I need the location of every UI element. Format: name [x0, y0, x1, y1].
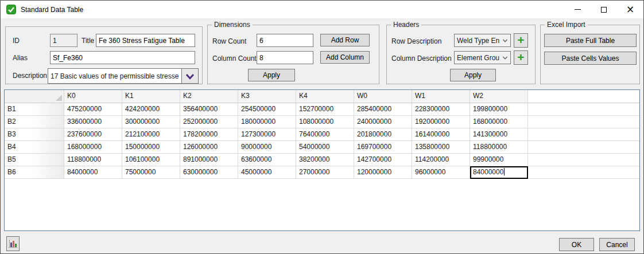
maximize-button[interactable]: [591, 1, 617, 18]
column-header-K2[interactable]: K2: [180, 90, 238, 103]
cell-B4-W2[interactable]: 118800000: [470, 141, 528, 154]
cell-B1-K0[interactable]: 475200000: [64, 103, 122, 116]
sort-triangle-icon: [56, 95, 62, 101]
title-field[interactable]: [96, 34, 195, 47]
add-column-description-button[interactable]: +: [514, 50, 528, 65]
close-button[interactable]: ×: [617, 1, 643, 18]
cell-B3-K4[interactable]: 76400000: [296, 128, 354, 141]
cell-B4-K2[interactable]: 126000000: [180, 141, 238, 154]
cell-B3-W1[interactable]: 161400000: [412, 128, 470, 141]
column-header-K4[interactable]: K4: [296, 90, 354, 103]
table-row: B416800000015000000012600000090000000540…: [5, 141, 639, 154]
minimize-button[interactable]: [564, 1, 591, 18]
description-dropdown-button[interactable]: [181, 68, 199, 84]
column-header-K1[interactable]: K1: [122, 90, 180, 103]
cell-B1-W2[interactable]: 199800000: [470, 103, 528, 116]
row-header-B1[interactable]: B1: [5, 103, 64, 116]
cell-B2-K0[interactable]: 336000000: [64, 116, 122, 128]
alias-field[interactable]: [50, 51, 195, 64]
cell-edit-value[interactable]: 84000000: [473, 168, 503, 176]
cell-B3-K3[interactable]: 127300000: [238, 128, 296, 141]
cell-B2-K4[interactable]: 108000000: [296, 116, 354, 128]
cell-B3-K2[interactable]: 178200000: [180, 128, 238, 141]
cell-B4-W0[interactable]: 169700000: [354, 141, 412, 154]
cell-B4-W1[interactable]: 135800000: [412, 141, 470, 154]
column-header-W2[interactable]: W2: [470, 90, 528, 103]
cell-B5-K0[interactable]: 118800000: [64, 154, 122, 166]
cell-B2-K2[interactable]: 252000000: [180, 116, 238, 128]
cell-B5-W1[interactable]: 114200000: [412, 154, 470, 166]
cell-B3-W2[interactable]: 141300000: [470, 128, 528, 141]
cell-B6-W0[interactable]: 120000000: [354, 166, 412, 179]
cell-B1-W1[interactable]: 228300000: [412, 103, 470, 116]
table-row: B684000000750000006300000004500000027000…: [5, 166, 639, 179]
cell-B2-K1[interactable]: 300000000: [122, 116, 180, 128]
dimensions-apply-button[interactable]: Apply: [248, 69, 295, 81]
cancel-button[interactable]: Cancel: [599, 238, 635, 251]
column-header-K3[interactable]: K3: [238, 90, 296, 103]
cell-B5-K1[interactable]: 106100000: [122, 154, 180, 166]
cell-B4-K1[interactable]: 150000000: [122, 141, 180, 154]
cell-B2-W1[interactable]: 192000000: [412, 116, 470, 128]
row-filler: [528, 103, 639, 116]
table-row: B511880000010610000089100000063600000382…: [5, 154, 639, 166]
cell-B4-K4[interactable]: 54000000: [296, 141, 354, 154]
row-header-B6[interactable]: B6: [5, 166, 64, 179]
cell-B1-K1[interactable]: 424200000: [122, 103, 180, 116]
row-header-B3[interactable]: B3: [5, 128, 64, 141]
grid-header-row: K0K1K2K3K4W0W1W2: [5, 90, 639, 103]
cell-B1-K2[interactable]: 356400000: [180, 103, 238, 116]
paste-cells-values-button[interactable]: Paste Cells Values: [544, 52, 637, 65]
alias-label: Alias: [13, 54, 28, 62]
cell-B4-K3[interactable]: 90000000: [238, 141, 296, 154]
cell-B6-W1[interactable]: 96000000: [412, 166, 470, 179]
ok-button[interactable]: OK: [559, 238, 594, 251]
add-row-description-button[interactable]: +: [514, 33, 528, 48]
cell-B3-W0[interactable]: 201800000: [354, 128, 412, 141]
row-count-label: Row Count: [212, 37, 246, 45]
cell-B6-K3[interactable]: 45000000: [238, 166, 296, 179]
add-row-button[interactable]: Add Row: [320, 34, 370, 46]
headers-apply-button[interactable]: Apply: [450, 69, 496, 81]
cell-B1-W0[interactable]: 285400000: [354, 103, 412, 116]
cell-B2-W2[interactable]: 168000000: [470, 116, 528, 128]
description-value: 17 Basic values of the permissible stres…: [51, 72, 179, 80]
table-row: B147520000042420000035640000025450000015…: [5, 103, 639, 116]
cell-B1-K4[interactable]: 152700000: [296, 103, 354, 116]
row-header-B5[interactable]: B5: [5, 154, 64, 166]
cell-B5-K2[interactable]: 891000000: [180, 154, 238, 166]
cell-B6-K1[interactable]: 75000000: [122, 166, 180, 179]
column-count-input[interactable]: [257, 51, 313, 64]
cell-B5-W0[interactable]: 142700000: [354, 154, 412, 166]
grid-select-all-corner[interactable]: [5, 90, 64, 103]
cell-B5-K3[interactable]: 63600000: [238, 154, 296, 166]
green-check-icon: [6, 5, 16, 14]
cell-B5-W2[interactable]: 99900000: [470, 154, 528, 166]
row-header-B2[interactable]: B2: [5, 116, 64, 128]
cell-B3-K1[interactable]: 212100000: [122, 128, 180, 141]
column-header-K0[interactable]: K0: [64, 90, 122, 103]
cell-B1-K3[interactable]: 254500000: [238, 103, 296, 116]
title-bar: Standard Data Table ×: [1, 1, 643, 19]
paste-full-table-button[interactable]: Paste Full Table: [544, 34, 637, 47]
cell-B6-W2[interactable]: 84000000: [470, 166, 528, 179]
description-combobox[interactable]: 17 Basic values of the permissible stres…: [48, 68, 182, 84]
cell-B6-K0[interactable]: 84000000: [64, 166, 122, 179]
chevron-down-icon: [502, 38, 508, 43]
row-description-combobox[interactable]: Weld Type En: [454, 34, 511, 47]
cell-B4-K0[interactable]: 168000000: [64, 141, 122, 154]
cell-B2-K3[interactable]: 180000000: [238, 116, 296, 128]
chart-view-button[interactable]: [6, 236, 20, 251]
add-column-button[interactable]: Add Column: [320, 51, 370, 64]
cell-B3-K0[interactable]: 237600000: [64, 128, 122, 141]
cell-B6-K4[interactable]: 27000000: [296, 166, 354, 179]
column-description-combobox[interactable]: Element Grou: [454, 51, 511, 64]
row-header-B4[interactable]: B4: [5, 141, 64, 154]
dimensions-caption: Dimensions: [212, 21, 253, 29]
column-header-W1[interactable]: W1: [412, 90, 470, 103]
row-count-input[interactable]: [257, 34, 313, 47]
column-header-W0[interactable]: W0: [354, 90, 412, 103]
cell-B5-K4[interactable]: 38200000: [296, 154, 354, 166]
cell-B6-K2[interactable]: 630000000: [180, 166, 238, 179]
cell-B2-W0[interactable]: 240000000: [354, 116, 412, 128]
